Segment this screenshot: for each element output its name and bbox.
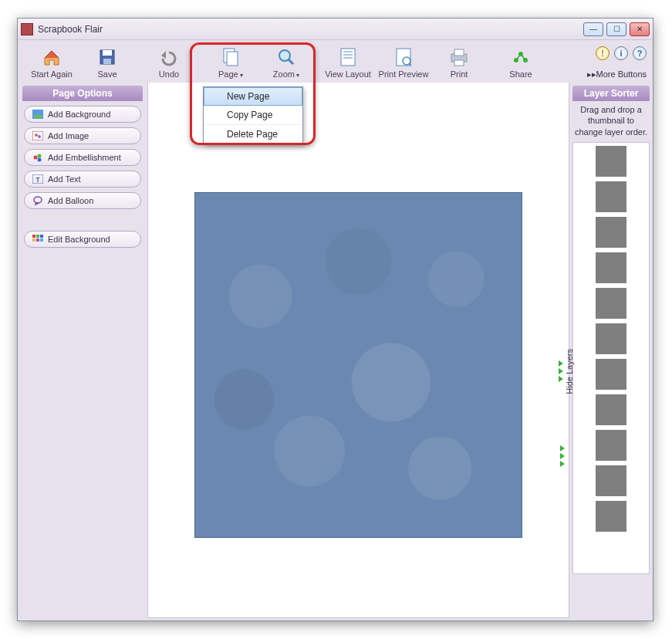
minimize-button[interactable]: — <box>583 22 603 36</box>
svg-line-21 <box>521 54 525 60</box>
svg-point-28 <box>38 154 42 158</box>
svg-rect-16 <box>454 60 464 66</box>
svg-point-32 <box>34 197 42 203</box>
layer-thumbnail[interactable] <box>596 430 626 461</box>
background-icon <box>32 109 43 120</box>
app-window: Scrapbook Flair — ☐ ✕ Start Again Save U… <box>17 18 653 621</box>
print-button[interactable]: Print <box>431 46 487 79</box>
canvas-area <box>147 83 569 618</box>
zoom-icon <box>275 46 297 68</box>
svg-point-5 <box>279 50 290 61</box>
page-label: Page ▾ <box>218 69 243 79</box>
layer-thumbnail[interactable] <box>596 465 626 496</box>
scrapbook-canvas[interactable] <box>194 192 522 538</box>
save-icon <box>96 46 118 68</box>
layer-thumbnail[interactable] <box>596 181 626 212</box>
svg-text:T: T <box>35 176 40 184</box>
add-text-label: Add Text <box>48 174 81 184</box>
sidebar-left: Page Options Add Background Add Image Ad… <box>18 83 147 618</box>
print-icon <box>448 46 470 68</box>
warning-icon[interactable]: ! <box>596 46 610 60</box>
maximize-button[interactable]: ☐ <box>606 22 626 36</box>
view-layout-button[interactable]: View Layout <box>320 46 376 79</box>
svg-rect-4 <box>227 52 238 66</box>
expand-arrows-icon <box>559 360 563 382</box>
svg-rect-36 <box>32 238 35 242</box>
add-background-button[interactable]: Add Background <box>24 106 141 123</box>
svg-rect-15 <box>454 49 464 56</box>
app-icon <box>21 23 33 36</box>
add-background-label: Add Background <box>48 110 110 119</box>
edit-bg-icon <box>32 234 43 245</box>
balloon-icon <box>32 195 43 206</box>
more-buttons-link[interactable]: ▸▸More Buttons <box>587 69 647 79</box>
toolbar: Start Again Save Undo Page ▾ Zoom <box>18 40 653 83</box>
print-preview-icon <box>393 46 414 68</box>
add-balloon-label: Add Balloon <box>48 196 93 205</box>
undo-label: Undo <box>159 69 179 79</box>
layer-thumbnail[interactable] <box>596 359 626 390</box>
embellishment-icon <box>32 152 43 163</box>
layer-thumbnail[interactable] <box>596 323 626 354</box>
undo-button[interactable]: Undo <box>141 46 197 79</box>
add-text-button[interactable]: T Add Text <box>24 171 141 188</box>
svg-point-26 <box>38 135 41 138</box>
main-area: Page Options Add Background Add Image Ad… <box>18 83 653 618</box>
zoom-button[interactable]: Zoom ▾ <box>258 46 314 79</box>
view-layout-label: View Layout <box>325 69 371 79</box>
add-image-label: Add Image <box>48 131 89 140</box>
hide-layers-toggle[interactable]: Hide Layers <box>559 349 574 394</box>
svg-rect-23 <box>34 115 42 118</box>
svg-rect-38 <box>40 238 43 242</box>
svg-point-25 <box>35 134 38 137</box>
menu-item-new-page[interactable]: New Page <box>204 87 302 106</box>
page-button[interactable]: Page ▾ <box>203 46 258 79</box>
menu-item-copy-page[interactable]: Copy Page <box>204 106 302 125</box>
layer-thumbnail[interactable] <box>596 501 626 532</box>
add-embellishment-button[interactable]: Add Embellishment <box>24 149 141 166</box>
svg-point-29 <box>38 158 42 162</box>
start-again-button[interactable]: Start Again <box>24 46 79 79</box>
add-embellishment-label: Add Embellishment <box>48 153 121 162</box>
titlebar: Scrapbook Flair — ☐ ✕ <box>18 19 653 40</box>
svg-rect-7 <box>341 49 355 66</box>
layer-thumbnail[interactable] <box>596 217 626 248</box>
close-button[interactable]: ✕ <box>630 22 650 36</box>
sidebar-right: Layer Sorter Drag and drop a thumbnail t… <box>569 83 653 618</box>
svg-rect-34 <box>36 235 39 238</box>
hide-layers-label: Hide Layers <box>565 349 574 394</box>
add-balloon-button[interactable]: Add Balloon <box>24 192 141 209</box>
help-icon[interactable]: ? <box>633 46 647 60</box>
layer-thumbnail[interactable] <box>596 146 626 177</box>
toolbar-right: ! i ? ▸▸More Buttons <box>587 46 647 79</box>
text-icon: T <box>32 174 43 184</box>
layer-thumbnails <box>572 142 650 574</box>
svg-rect-35 <box>40 235 43 238</box>
add-image-button[interactable]: Add Image <box>24 127 141 144</box>
svg-point-27 <box>34 156 38 160</box>
share-label: Share <box>509 69 532 79</box>
page-options-header: Page Options <box>22 86 143 101</box>
save-label: Save <box>97 69 117 79</box>
layer-thumbnail[interactable] <box>596 288 626 319</box>
svg-rect-37 <box>36 238 39 242</box>
layer-sorter-header: Layer Sorter <box>572 86 650 101</box>
svg-line-6 <box>289 59 293 64</box>
home-icon <box>41 46 62 68</box>
layer-sorter-hint: Drag and drop a thumbnail to change laye… <box>572 101 650 142</box>
layer-thumbnail[interactable] <box>596 252 626 283</box>
layer-thumbnail[interactable] <box>596 394 626 425</box>
svg-line-20 <box>516 54 521 60</box>
share-button[interactable]: Share <box>493 46 549 79</box>
start-again-label: Start Again <box>31 69 73 79</box>
menu-item-delete-page[interactable]: Delete Page <box>204 125 302 144</box>
svg-rect-24 <box>32 131 43 140</box>
svg-rect-33 <box>32 235 35 238</box>
info-icon[interactable]: i <box>614 46 628 60</box>
page-dropdown-menu: New Page Copy Page Delete Page <box>203 86 303 144</box>
edit-background-button[interactable]: Edit Background <box>24 231 141 248</box>
zoom-label: Zoom ▾ <box>273 69 299 79</box>
print-preview-button[interactable]: Print Preview <box>376 46 431 79</box>
page-icon <box>220 46 241 68</box>
save-button[interactable]: Save <box>79 46 135 79</box>
